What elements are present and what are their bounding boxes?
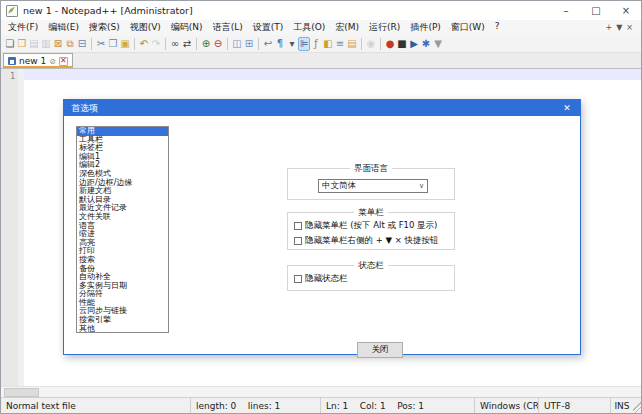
hide-status-bar-checkbox[interactable]: [294, 275, 302, 283]
horizontal-scrollbar[interactable]: [1, 386, 641, 397]
redo-icon[interactable]: ↷: [150, 37, 162, 51]
status-encoding[interactable]: UTF-8: [539, 398, 611, 413]
resize-grip[interactable]: [633, 398, 641, 413]
new-file-icon[interactable]: ❏: [4, 37, 16, 51]
folder-as-workspace-icon[interactable]: ▤: [346, 37, 358, 51]
tab-new-1[interactable]: new 1 ⊘ ✕: [3, 53, 73, 68]
menu-item-7[interactable]: 工具(O): [288, 20, 330, 35]
localization-selected-value: 中文简体: [322, 180, 356, 192]
clone-view-icon[interactable]: ⊞: [243, 37, 255, 51]
horizontal-scrollbar-thumb[interactable]: [4, 388, 39, 397]
menu-item-8[interactable]: 宏(M): [330, 20, 364, 35]
tab-shortcut-buttons: + ▼ ×: [605, 23, 639, 32]
menu-item-3[interactable]: 视图(V): [125, 20, 166, 35]
save-icon[interactable]: ▤: [28, 37, 40, 51]
indent-guide-icon[interactable]: ⊫: [298, 37, 310, 51]
undo-icon[interactable]: ↶: [138, 37, 150, 51]
chevron-down-icon: ∨: [419, 182, 424, 190]
record-macro-icon[interactable]: ●: [384, 37, 396, 51]
notepad-plus-plus-window: new 1 - Notepad++ [Administrator] – □ × …: [0, 0, 642, 414]
copy-icon[interactable]: ❐: [107, 37, 119, 51]
close-tab-button[interactable]: ×: [626, 23, 633, 32]
menu-item-1[interactable]: 编辑(E): [43, 20, 84, 35]
status-length-info: length: 0 lines: 1: [191, 398, 321, 413]
hide-status-bar-checkbox-row[interactable]: 隐藏状态栏: [288, 271, 454, 286]
monitoring-icon[interactable]: ◉: [365, 37, 377, 51]
paste-icon[interactable]: ▣: [119, 37, 131, 51]
print-icon[interactable]: ⊟: [76, 37, 88, 51]
window-title: new 1 - Notepad++ [Administrator]: [23, 5, 193, 16]
tab-label: new 1: [19, 56, 46, 66]
line-number: 1: [1, 71, 15, 81]
hide-status-bar-label: 隐藏状态栏: [305, 273, 348, 285]
status-bar-group: 状态栏 隐藏状态栏: [287, 265, 455, 291]
save-all-icon[interactable]: ▥: [40, 37, 52, 51]
document-map-icon[interactable]: ◧: [322, 37, 334, 51]
hide-menu-bar-label: 隐藏菜单栏 (按下 Alt 或 F10 显示): [305, 220, 437, 232]
toolbar: ❏❒▤▥⊠⧉⊟✂❐▣↶↷∞⇄⊕⊖◫⊞↩¶▾⊫ƒ◧≡▤◉●■▶✱▼: [1, 35, 641, 53]
tab-list-dropdown-button[interactable]: ▼: [616, 23, 622, 32]
current-line-highlight: [24, 69, 641, 80]
menu-item-4[interactable]: 编码(N): [166, 20, 208, 35]
toolbar-separator: [258, 38, 259, 50]
stop-macro-icon[interactable]: ■: [396, 37, 408, 51]
menu-item-11[interactable]: 窗口(W): [446, 20, 490, 35]
status-bar: Normal text file length: 0 lines: 1 Ln: …: [1, 397, 641, 413]
menu-item-5[interactable]: 语言(L): [208, 20, 248, 35]
dialog-close-icon[interactable]: ✕: [554, 100, 580, 116]
save-macro-icon[interactable]: ▼: [432, 37, 444, 51]
saved-state-icon: [8, 57, 16, 65]
menu-item-0[interactable]: 文件(F): [3, 20, 43, 35]
hide-menu-shortcut-buttons-checkbox[interactable]: [294, 237, 302, 245]
menu-item-10[interactable]: 插件(P): [405, 20, 445, 35]
preferences-category-list: 常用工具栏标签栏编辑1编辑2深色模式边距/边框/边缘新建文档默认目录最近文件记录…: [76, 126, 169, 333]
menu-item-9[interactable]: 运行(R): [364, 20, 405, 35]
find-icon[interactable]: ∞: [169, 37, 181, 51]
close-window-button[interactable]: ×: [611, 1, 641, 20]
toolbar-separator: [91, 38, 92, 50]
open-file-icon[interactable]: ❒: [16, 37, 28, 51]
document-list-icon[interactable]: ≡: [334, 37, 346, 51]
minimize-button[interactable]: –: [551, 1, 581, 20]
menu-item-12[interactable]: ?: [490, 20, 505, 35]
toolbar-separator: [361, 38, 362, 50]
word-wrap-icon[interactable]: ↩: [262, 37, 274, 51]
toolbar-separator: [196, 38, 197, 50]
menu-bar-group-label: 菜单栏: [354, 207, 388, 219]
status-bar-group-label: 状态栏: [354, 260, 388, 272]
close-tab-icon[interactable]: ✕: [59, 57, 68, 66]
split-view-icon[interactable]: ◫: [231, 37, 243, 51]
preferences-category-item[interactable]: 其他: [77, 325, 168, 333]
show-all-characters-icon[interactable]: ¶: [274, 37, 286, 51]
close-all-icon[interactable]: ⧉: [64, 37, 76, 51]
replace-icon[interactable]: ⇄: [181, 37, 193, 51]
menu-bar: 文件(F)编辑(E)搜索(S)视图(V)编码(N)语言(L)设置(T)工具(O)…: [1, 20, 641, 35]
menu-bar-group: 菜单栏 隐藏菜单栏 (按下 Alt 或 F10 显示) 隐藏菜单栏右侧的 + ▼…: [287, 212, 455, 250]
dialog-title: 首选项: [71, 102, 98, 115]
status-typing-mode[interactable]: INS: [611, 398, 633, 413]
show-all-characters-dropdown-icon[interactable]: ▾: [286, 37, 298, 51]
zoom-in-icon[interactable]: ⊕: [200, 37, 212, 51]
cut-icon[interactable]: ✂: [95, 37, 107, 51]
localization-select[interactable]: 中文简体 ∨: [318, 179, 428, 193]
new-tab-button[interactable]: +: [605, 23, 612, 32]
toolbar-separator: [134, 38, 135, 50]
status-eol-format[interactable]: Windows (CR LF): [475, 398, 539, 413]
hide-menu-bar-checkbox-row[interactable]: 隐藏菜单栏 (按下 Alt 或 F10 显示): [288, 218, 454, 233]
hide-menu-bar-checkbox[interactable]: [294, 222, 302, 230]
pin-tab-icon[interactable]: ⊘: [49, 57, 56, 66]
menu-item-6[interactable]: 设置(T): [248, 20, 289, 35]
maximize-button[interactable]: □: [581, 1, 611, 20]
dialog-title-bar[interactable]: 首选项 ✕: [64, 100, 580, 116]
menu-item-2[interactable]: 搜索(S): [84, 20, 125, 35]
function-list-icon[interactable]: ƒ: [310, 37, 322, 51]
run-macro-multiple-icon[interactable]: ✱: [420, 37, 432, 51]
close-file-icon[interactable]: ⊠: [52, 37, 64, 51]
hide-menu-shortcut-buttons-checkbox-row[interactable]: 隐藏菜单栏右侧的 + ▼ × 快捷按钮: [288, 233, 454, 248]
status-doc-type: Normal text file: [1, 398, 191, 413]
dialog-close-button[interactable]: 关闭: [357, 342, 403, 358]
play-macro-icon[interactable]: ▶: [408, 37, 420, 51]
tab-bar: new 1 ⊘ ✕: [1, 53, 641, 69]
zoom-out-icon[interactable]: ⊖: [212, 37, 224, 51]
toolbar-separator: [227, 38, 228, 50]
